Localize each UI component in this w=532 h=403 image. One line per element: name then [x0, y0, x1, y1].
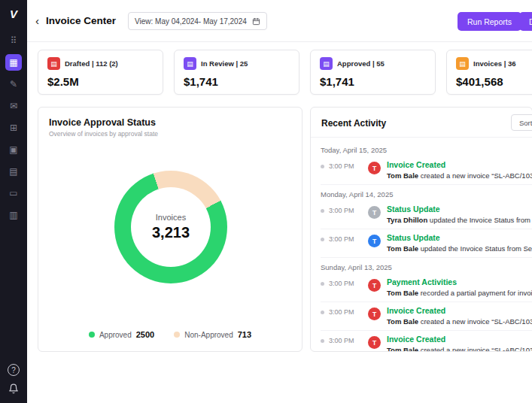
- sidebar-item-payments[interactable]: ▭: [5, 185, 22, 202]
- stat-card-drafted[interactable]: ▤Drafted | 112 (2)$2.5M: [38, 50, 163, 95]
- download-button[interactable]: D: [519, 12, 532, 31]
- timeline-dot: [321, 339, 324, 343]
- activity-detail: Tom Bale recorded a partial payment for …: [387, 289, 532, 297]
- stat-value: $2.5M: [47, 75, 154, 88]
- activity-action-link[interactable]: Payment Activities: [387, 277, 532, 286]
- header: ‹ Invoice Center View: May 04,2024- May …: [27, 0, 532, 42]
- sidebar-item-drafts[interactable]: ✎: [5, 76, 22, 92]
- donut-center-value: 3,213: [152, 224, 190, 241]
- activity-actor: Tom Bale: [387, 289, 418, 297]
- timeline-dot: [321, 238, 324, 241]
- activity-detail: Tom Bale created a new invoice “SL-ABC/1…: [387, 317, 532, 326]
- dashboard-icon: ▦: [9, 57, 17, 68]
- sidebar-item-reports[interactable]: ▥: [5, 207, 22, 223]
- timeline-dot: [321, 311, 324, 314]
- sort-by-button[interactable]: Sort By: [511, 114, 532, 131]
- sidebar-item-inbox[interactable]: ▣: [5, 141, 22, 158]
- activity-time: 3:00 PM: [321, 160, 362, 170]
- sidebar-bottom: ?: [8, 364, 20, 403]
- activity-item[interactable]: 3:00 PMTStatus UpdateTom Bale updated th…: [321, 229, 532, 258]
- sidebar-item-dashboard[interactable]: ▦: [5, 54, 22, 71]
- sidebar-item-messages[interactable]: ✉: [5, 98, 22, 114]
- date-range-value: View: May 04,2024- May 17,2024: [135, 17, 247, 26]
- messages-icon: ✉: [10, 101, 17, 111]
- activity-item[interactable]: 3:00 PMTPayment ActivitiesTom Bale recor…: [321, 274, 532, 302]
- stat-value: $1,741: [184, 75, 290, 88]
- avatar: T: [368, 206, 381, 219]
- sidebar-item-orders[interactable]: ⊞: [5, 120, 22, 136]
- legend-dot: [89, 332, 95, 338]
- activity-actor: Tom Bale: [387, 346, 418, 351]
- activity-action-link[interactable]: Status Update: [387, 233, 532, 242]
- run-reports-button[interactable]: Run Reports: [458, 12, 521, 31]
- activity-actor: Tyra Dhillon: [387, 216, 427, 224]
- stat-value: $1,741: [320, 75, 426, 88]
- activity-time: 3:00 PM: [321, 306, 362, 316]
- help-icon[interactable]: ?: [8, 364, 20, 376]
- sidebar: V ⠿▦✎✉⊞▣▤▭▥ ?: [0, 0, 27, 403]
- invoice-center-screen: V ⠿▦✎✉⊞▣▤▭▥ ? ‹ Invoice Center View: May…: [0, 0, 532, 403]
- activity-item[interactable]: 3:00 PMTInvoice CreatedTom Bale created …: [321, 156, 532, 185]
- activity-detail: Tyra Dhillon updated the Invoice Status …: [387, 216, 532, 224]
- approved-icon: ▤: [320, 57, 333, 70]
- drafts-icon: ✎: [10, 79, 17, 89]
- stat-label: Drafted | 112 (2): [65, 59, 118, 68]
- recent-activity-title: Recent Activity: [321, 118, 386, 129]
- activity-item[interactable]: 3:00 PMTStatus UpdateTyra Dhillon update…: [321, 201, 532, 229]
- invoices-icon: ▤: [456, 57, 469, 70]
- stat-card-in-review[interactable]: ▤In Review | 25$1,741: [174, 50, 299, 95]
- activity-date: Today, April 15, 2025: [321, 146, 532, 154]
- activity-time: 3:00 PM: [321, 277, 362, 287]
- legend-item: Non-Approved713: [174, 330, 251, 339]
- panel-subtitle: Overview of invoices by approval state: [49, 130, 302, 138]
- activity-actor: Tom Bale: [387, 317, 418, 326]
- activity-item[interactable]: 3:00 PMTInvoice CreatedTom Bale created …: [321, 302, 532, 331]
- date-range-selector[interactable]: View: May 04,2024- May 17,2024: [128, 12, 267, 30]
- activity-time: 3:00 PM: [321, 205, 362, 214]
- avatar: T: [368, 235, 381, 247]
- approval-donut: Invoices 3,213: [114, 171, 227, 283]
- panel-title: Invoice Approval Status: [49, 117, 302, 128]
- payments-icon: ▭: [9, 188, 17, 198]
- activity-detail: Tom Bale updated the Invoice Status from…: [387, 244, 532, 253]
- recent-activity-panel: Recent Activity Sort By Today, April 15,…: [310, 107, 532, 352]
- activity-action-link[interactable]: Invoice Created: [387, 335, 532, 344]
- recent-activity-header: Recent Activity Sort By: [311, 108, 532, 138]
- activity-time: 3:00 PM: [321, 233, 362, 243]
- reports-icon: ▥: [9, 210, 17, 220]
- stat-value: $401,568: [456, 75, 532, 88]
- donut-center-label: Invoices: [156, 213, 186, 222]
- legend-value: 713: [238, 330, 251, 339]
- sidebar-item-documents[interactable]: ▤: [5, 163, 22, 180]
- stat-label: Approved | 55: [337, 59, 385, 68]
- activity-time: 3:00 PM: [321, 335, 362, 344]
- activity-item[interactable]: 3:00 PMTInvoice CreatedTom Bale created …: [321, 331, 532, 351]
- activity-detail: Tom Bale created a new invoice “SL-ABC/1…: [387, 171, 532, 180]
- legend-label: Approved: [99, 331, 132, 339]
- timeline-dot: [321, 209, 324, 213]
- back-chevron-icon[interactable]: ‹: [35, 14, 39, 27]
- activity-actor: Tom Bale: [387, 244, 418, 253]
- brand-logo-icon[interactable]: V: [10, 8, 17, 20]
- stat-card-approved[interactable]: ▤Approved | 55$1,741: [310, 50, 436, 95]
- activity-action-link[interactable]: Invoice Created: [387, 160, 532, 169]
- stat-card-invoices[interactable]: ▤Invoices | 36$401,568: [446, 50, 532, 95]
- activity-list: Today, April 15, 20253:00 PMTInvoice Cre…: [311, 138, 532, 351]
- page-title: Invoice Center: [46, 15, 116, 26]
- activity-detail: Tom Bale created a new invoice “SL-ABC/1…: [387, 346, 532, 351]
- activity-action-link[interactable]: Status Update: [387, 205, 532, 214]
- activity-date: Monday, April 14, 2025: [321, 190, 532, 198]
- sidebar-item-apps-grid[interactable]: ⠿: [5, 32, 22, 49]
- timeline-dot: [321, 165, 324, 168]
- stat-label: Invoices | 36: [473, 59, 516, 68]
- drafted-icon: ▤: [47, 57, 60, 70]
- activity-actor: Tom Bale: [387, 171, 418, 180]
- legend-label: Non-Approved: [184, 331, 233, 339]
- apps-grid-icon: ⠿: [11, 35, 17, 46]
- notifications-bell-icon[interactable]: [8, 383, 19, 394]
- legend-item: Approved2500: [89, 330, 154, 339]
- activity-action-link[interactable]: Invoice Created: [387, 306, 532, 315]
- stats-row: ▤Drafted | 112 (2)$2.5M▤In Review | 25$1…: [38, 50, 532, 95]
- activity-date: Sunday, April 13, 2025: [321, 263, 532, 271]
- documents-icon: ▤: [9, 166, 17, 177]
